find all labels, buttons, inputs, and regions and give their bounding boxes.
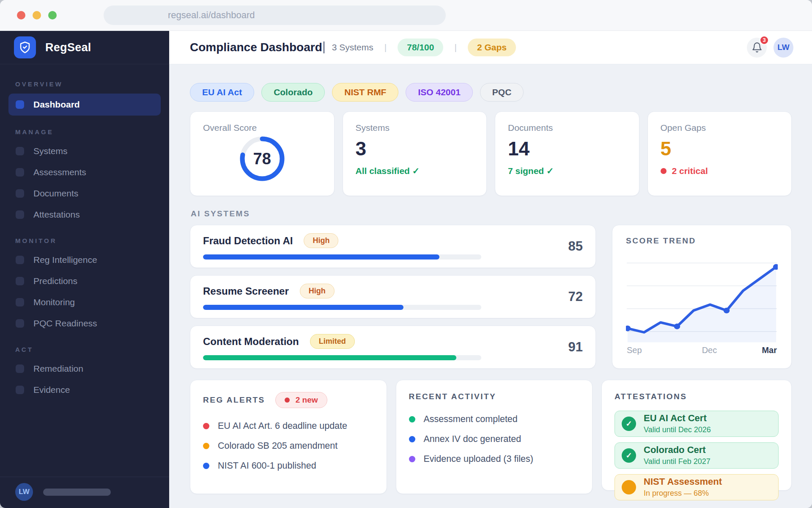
system-score: 85 <box>568 239 583 254</box>
filter-chip-iso-42001[interactable]: ISO 42001 <box>406 83 472 102</box>
reg-alerts-panel: REG ALERTS 2 new EU AI Act Art. 6 deadli… <box>190 380 387 494</box>
attestation-nist-assessment[interactable]: NIST Assessment In progress — 68% <box>614 474 779 500</box>
alert-dot-icon <box>285 398 290 403</box>
alert-text: Colorado SB 205 amendment <box>218 441 337 451</box>
sidebar: RegSeal OVERVIEW Dashboard MANAGE System… <box>0 31 169 508</box>
nav-section-manage: MANAGE <box>15 128 154 135</box>
attestation-subtitle: Valid until Feb 2027 <box>644 457 710 466</box>
nav-section-overview: OVERVIEW <box>15 80 154 88</box>
open-gaps-value: 5 <box>661 139 779 158</box>
attestation-subtitle: In progress — 68% <box>644 489 722 498</box>
activity-item[interactable]: Assessment completed <box>409 414 580 425</box>
main-area: Compliance Dashboard 3 Systems | 78/100 … <box>169 31 812 508</box>
sidebar-item-remediation[interactable]: Remediation <box>8 359 161 378</box>
alert-text: NIST AI 600-1 published <box>218 461 316 471</box>
filter-chip-colorado[interactable]: Colorado <box>261 83 325 102</box>
sidebar-item-dashboard[interactable]: Dashboard <box>8 94 161 116</box>
system-row-fraud-detection[interactable]: Fraud Detection AI High 85 <box>190 225 596 268</box>
x-tick-mar: Mar <box>762 345 777 355</box>
dashboard-icon <box>16 100 24 109</box>
nav-section-monitor: MONITOR <box>15 237 154 244</box>
attestation-colorado-cert[interactable]: ✓ Colorado Cert Valid until Feb 2027 <box>614 442 779 469</box>
system-score: 91 <box>568 340 583 355</box>
alert-severity-dot <box>203 463 209 469</box>
filter-chip-eu-ai-act[interactable]: EU AI Act <box>190 83 254 102</box>
sidebar-item-label: Predictions <box>33 276 77 286</box>
shield-check-logo-icon <box>14 36 36 58</box>
overall-score-card: Overall Score 78 <box>190 111 335 196</box>
monitoring-icon <box>16 298 24 306</box>
activity-type-dot <box>409 456 415 462</box>
trend-x-axis: Sep Dec Mar <box>626 345 778 357</box>
url-text: regseal.ai/dashboard <box>168 10 255 21</box>
alert-text: EU AI Act Art. 6 deadline update <box>218 421 347 431</box>
sidebar-item-label: Remediation <box>33 364 83 374</box>
overall-score-value: 78 <box>237 134 287 184</box>
alert-item[interactable]: EU AI Act Art. 6 deadline update <box>203 421 374 431</box>
sidebar-item-pqc-readiness[interactable]: PQC Readiness <box>8 314 161 333</box>
gaps-status-text: 2 critical <box>672 166 708 176</box>
gaps-badge: 2 Gaps <box>468 39 516 56</box>
minimize-window-button[interactable] <box>33 11 41 19</box>
app-window: regseal.ai/dashboard RegSeal OVERVIEW Da… <box>0 0 812 508</box>
pqc-readiness-icon <box>16 319 24 328</box>
sidebar-item-documents[interactable]: Documents <box>8 184 161 203</box>
documents-status: 7 signed ✓ <box>508 166 626 176</box>
sidebar-item-reg-intelligence[interactable]: Reg Intelligence <box>8 250 161 270</box>
sidebar-user-row[interactable]: LW <box>0 477 169 508</box>
systems-icon <box>16 147 24 155</box>
system-name: Resume Screener <box>203 285 289 297</box>
sidebar-item-systems[interactable]: Systems <box>8 141 161 161</box>
risk-badge: High <box>300 284 335 298</box>
activity-item[interactable]: Annex IV doc generated <box>409 434 580 444</box>
activity-item[interactable]: Evidence uploaded (3 files) <box>409 454 580 464</box>
sidebar-item-evidence[interactable]: Evidence <box>8 380 161 400</box>
alert-item[interactable]: NIST AI 600-1 published <box>203 461 374 471</box>
sidebar-item-monitoring[interactable]: Monitoring <box>8 293 161 312</box>
risk-badge: Limited <box>310 334 355 349</box>
activity-text: Evidence uploaded (3 files) <box>424 454 533 464</box>
activity-text: Annex IV doc generated <box>424 434 521 444</box>
alert-item[interactable]: Colorado SB 205 amendment <box>203 441 374 451</box>
assessments-icon <box>16 168 24 177</box>
system-name: Content Moderation <box>203 336 299 348</box>
user-avatar[interactable]: LW <box>15 483 33 501</box>
sidebar-item-predictions[interactable]: Predictions <box>8 271 161 291</box>
header-separator: | <box>454 42 456 52</box>
system-score: 72 <box>568 289 583 304</box>
system-row-resume-screener[interactable]: Resume Screener High 72 <box>190 275 596 318</box>
dashboard-content: EU AI Act Colorado NIST RMF ISO 42001 PQ… <box>169 64 812 508</box>
critical-dot <box>661 168 667 174</box>
attestation-title: Colorado Cert <box>644 445 710 455</box>
score-progress-track <box>203 355 481 360</box>
nav-section-act: ACT <box>15 346 154 353</box>
attestation-eu-ai-act-cert[interactable]: ✓ EU AI Act Cert Valid until Dec 2026 <box>614 411 779 437</box>
sidebar-item-label: PQC Readiness <box>33 318 97 329</box>
filter-chip-pqc[interactable]: PQC <box>480 83 524 102</box>
systems-card: Systems 3 All classified ✓ <box>343 111 487 196</box>
stat-label: Systems <box>356 123 474 133</box>
sidebar-item-label: Evidence <box>33 385 70 395</box>
close-window-button[interactable] <box>17 11 25 19</box>
user-name-placeholder <box>43 489 111 496</box>
ai-systems-list: Fraud Detection AI High 85 <box>190 225 596 369</box>
activity-type-dot <box>409 416 415 422</box>
stat-label: Documents <box>508 123 626 133</box>
attestation-title: NIST Assessment <box>644 477 722 487</box>
zoom-window-button[interactable] <box>48 11 57 19</box>
sidebar-item-label: Dashboard <box>33 99 80 110</box>
score-progress-track <box>203 305 481 310</box>
score-progress-fill <box>203 254 439 260</box>
url-bar[interactable]: regseal.ai/dashboard <box>104 6 446 25</box>
sidebar-item-assessments[interactable]: Assessments <box>8 163 161 182</box>
system-row-content-moderation[interactable]: Content Moderation Limited 91 <box>190 326 596 369</box>
systems-count-value: 3 <box>356 139 474 158</box>
filter-chip-nist-rmf[interactable]: NIST RMF <box>332 83 398 102</box>
attestations-heading: ATTESTATIONS <box>614 392 779 401</box>
profile-avatar[interactable]: LW <box>774 38 793 58</box>
sidebar-item-label: Assessments <box>33 167 86 177</box>
notifications-button[interactable]: 3 <box>747 38 767 58</box>
attestations-panel: ATTESTATIONS ✓ EU AI Act Cert Valid unti… <box>601 380 792 491</box>
sidebar-item-attestations[interactable]: Attestations <box>8 205 161 224</box>
systems-count: 3 Systems <box>332 42 373 52</box>
